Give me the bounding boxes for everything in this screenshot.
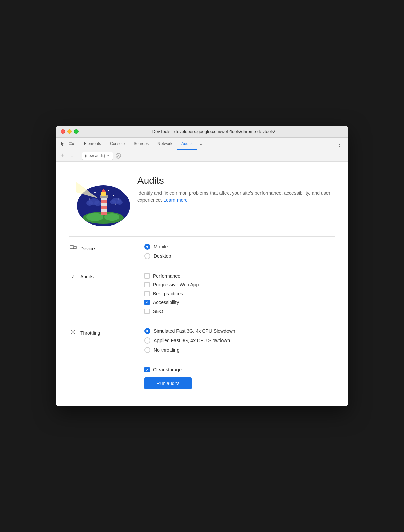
device-options: Mobile Desktop (144, 244, 335, 259)
svg-point-8 (100, 187, 101, 188)
audit-selector-dropdown[interactable]: (new audit) ▼ (82, 152, 113, 160)
svg-point-20 (86, 200, 93, 206)
svg-point-21 (94, 201, 101, 206)
device-label: Device (69, 244, 144, 253)
run-audits-button[interactable]: Run audits (144, 377, 192, 389)
device-mobile-option[interactable]: Mobile (144, 244, 335, 250)
svg-point-9 (108, 190, 109, 191)
checkmark-icon: ✓ (69, 274, 77, 279)
cursor-icon[interactable] (58, 140, 67, 148)
tab-sources[interactable]: Sources (130, 138, 153, 150)
cancel-audit-icon[interactable] (114, 152, 122, 160)
desktop-radio[interactable] (144, 253, 150, 259)
audits-section: ✓ Audits Performance Progressive Web App… (69, 266, 335, 321)
svg-point-34 (72, 331, 74, 333)
svg-point-7 (94, 192, 96, 193)
accessibility-option[interactable]: Accessibility (144, 300, 335, 305)
svg-rect-30 (101, 192, 106, 196)
mobile-radio[interactable] (144, 244, 150, 250)
devtools-window: DevTools - developers.google.com/web/too… (56, 126, 348, 406)
svg-rect-28 (101, 212, 107, 215)
svg-rect-26 (101, 200, 107, 203)
close-button[interactable] (61, 129, 65, 134)
audits-info: Audits Identify and fix common problems … (137, 172, 335, 204)
lighthouse-illustration (69, 172, 131, 226)
main-content: Audits Identify and fix common problems … (56, 162, 348, 406)
toolbar-separator (78, 140, 78, 147)
audits-description: Identify and fix common problems that af… (137, 189, 335, 204)
seo-checkbox[interactable] (144, 309, 150, 314)
audit-toolbar: + ↓ (new audit) ▼ (56, 150, 348, 162)
audits-panel-title: Audits (137, 175, 335, 186)
device-section: Device Mobile Desktop (69, 237, 335, 266)
tab-elements[interactable]: Elements (80, 138, 105, 150)
tab-network[interactable]: Network (153, 138, 176, 150)
toolbar-separator-2 (206, 140, 206, 147)
throttling-section: Throttling Simulated Fast 3G, 4x CPU Slo… (69, 321, 335, 360)
applied-fast3g-radio[interactable] (144, 337, 150, 344)
clear-storage-option[interactable]: Clear storage (144, 367, 335, 372)
add-audit-button[interactable]: + (58, 152, 67, 160)
svg-point-24 (117, 200, 123, 205)
best-practices-checkbox[interactable] (144, 291, 150, 296)
throttling-label: Throttling (69, 328, 144, 337)
no-throttling-option[interactable]: No throttling (144, 347, 335, 353)
minimize-button[interactable] (67, 129, 72, 134)
accessibility-checkbox[interactable] (144, 300, 150, 305)
chevron-down-icon: ▼ (106, 154, 110, 157)
tab-more-button[interactable]: » (197, 138, 204, 150)
best-practices-option[interactable]: Best practices (144, 291, 335, 296)
svg-rect-33 (74, 246, 76, 249)
svg-rect-1 (72, 143, 74, 145)
applied-fast3g-option[interactable]: Applied Fast 3G, 4x CPU Slowdown (144, 337, 335, 344)
tab-audits[interactable]: Audits (177, 138, 197, 150)
svg-rect-0 (69, 142, 72, 145)
performance-option[interactable]: Performance (144, 273, 335, 279)
traffic-lights (61, 129, 79, 134)
audit-toolbar-sep (79, 152, 79, 159)
clear-storage-checkbox[interactable] (144, 367, 150, 372)
svg-rect-27 (101, 206, 107, 209)
throttling-options: Simulated Fast 3G, 4x CPU Slowdown Appli… (144, 328, 335, 353)
pwa-checkbox[interactable] (144, 282, 150, 287)
audits-label: ✓ Audits (69, 273, 144, 279)
svg-rect-32 (70, 246, 74, 249)
svg-point-23 (110, 200, 116, 204)
simulated-fast3g-option[interactable]: Simulated Fast 3G, 4x CPU Slowdown (144, 328, 335, 334)
gear-icon (69, 329, 77, 337)
audits-header: Audits Identify and fix common problems … (69, 172, 335, 226)
bottom-section: Clear storage Run audits (69, 360, 335, 396)
titlebar: DevTools - developers.google.com/web/too… (56, 126, 348, 138)
pwa-option[interactable]: Progressive Web App (144, 282, 335, 287)
simulated-fast3g-radio[interactable] (144, 328, 150, 334)
device-toggle-icon[interactable] (67, 140, 75, 148)
maximize-button[interactable] (74, 129, 79, 134)
audits-options: Performance Progressive Web App Best pra… (144, 273, 335, 314)
devtools-tabbar: Elements Console Sources Network Audits … (56, 138, 348, 150)
devtools-menu-button[interactable]: ⋮ (334, 140, 346, 148)
window-title: DevTools - developers.google.com/web/too… (84, 129, 343, 134)
device-icon (69, 244, 77, 253)
download-audit-button[interactable]: ↓ (68, 152, 76, 160)
no-throttling-radio[interactable] (144, 347, 150, 353)
learn-more-link[interactable]: Learn more (163, 197, 188, 203)
tab-console[interactable]: Console (106, 138, 129, 150)
seo-option[interactable]: SEO (144, 309, 335, 314)
svg-point-10 (113, 195, 114, 196)
device-desktop-option[interactable]: Desktop (144, 253, 335, 259)
performance-checkbox[interactable] (144, 273, 150, 279)
